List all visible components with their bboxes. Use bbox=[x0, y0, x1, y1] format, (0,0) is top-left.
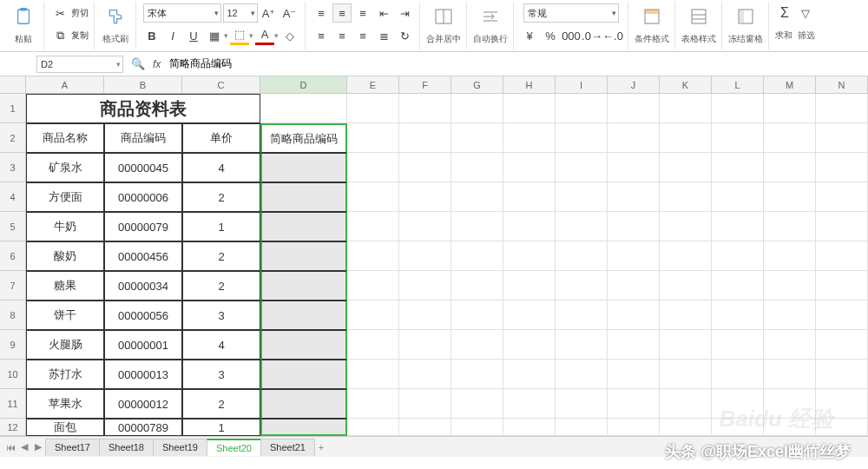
cell[interactable]: 2 bbox=[182, 182, 260, 212]
row-header[interactable]: 3 bbox=[0, 153, 26, 182]
cell[interactable] bbox=[764, 182, 816, 212]
cell[interactable]: 矿泉水 bbox=[26, 153, 104, 182]
row-header[interactable]: 5 bbox=[0, 212, 26, 241]
row-header[interactable]: 2 bbox=[0, 123, 26, 153]
cell[interactable] bbox=[764, 360, 816, 389]
cell[interactable] bbox=[347, 389, 399, 419]
cell[interactable] bbox=[556, 153, 608, 182]
cell[interactable] bbox=[816, 301, 868, 330]
cell[interactable] bbox=[764, 94, 816, 123]
cell[interactable] bbox=[260, 419, 347, 436]
cell[interactable]: 4 bbox=[182, 153, 260, 182]
cell[interactable] bbox=[712, 94, 764, 123]
cell[interactable] bbox=[608, 271, 660, 301]
cell[interactable]: 00000001 bbox=[104, 330, 182, 360]
cell[interactable] bbox=[712, 330, 764, 360]
cell[interactable] bbox=[816, 123, 868, 153]
cell[interactable]: 3 bbox=[182, 301, 260, 330]
column-header-A[interactable]: A bbox=[26, 76, 104, 93]
cell[interactable]: 00000079 bbox=[104, 212, 182, 241]
cell[interactable] bbox=[399, 212, 451, 241]
cell[interactable] bbox=[608, 94, 660, 123]
cell[interactable]: 2 bbox=[182, 271, 260, 301]
cell[interactable] bbox=[608, 389, 660, 419]
cell[interactable] bbox=[608, 153, 660, 182]
cell[interactable] bbox=[764, 212, 816, 241]
cell[interactable] bbox=[347, 94, 399, 123]
cell[interactable] bbox=[399, 389, 451, 419]
cell[interactable] bbox=[451, 330, 503, 360]
column-header-J[interactable]: J bbox=[608, 76, 660, 93]
sheet-tab[interactable]: Sheet19 bbox=[153, 439, 207, 456]
sheet-tab[interactable]: Sheet17 bbox=[45, 439, 100, 456]
cell[interactable] bbox=[712, 123, 764, 153]
column-header-B[interactable]: B bbox=[104, 76, 182, 93]
cell[interactable] bbox=[451, 241, 503, 271]
cell[interactable] bbox=[503, 271, 556, 301]
cell[interactable]: 00000789 bbox=[104, 419, 182, 436]
cell[interactable] bbox=[556, 301, 608, 330]
cell[interactable] bbox=[347, 241, 399, 271]
copy-button[interactable]: ⧉ bbox=[50, 26, 69, 45]
column-header-C[interactable]: C bbox=[182, 76, 260, 93]
format-painter-button[interactable] bbox=[101, 2, 130, 31]
cell[interactable]: 简略商品编码 bbox=[260, 123, 347, 153]
cell[interactable] bbox=[660, 212, 712, 241]
cell[interactable]: 苹果水 bbox=[26, 389, 104, 419]
cell[interactable] bbox=[260, 271, 347, 301]
tab-first-button[interactable]: ⏮ bbox=[3, 442, 17, 452]
cell[interactable]: 1 bbox=[182, 419, 260, 436]
decrease-font-button[interactable]: A⁻ bbox=[280, 3, 299, 23]
align-right-button[interactable]: ≡ bbox=[353, 26, 372, 45]
cell[interactable]: 饼干 bbox=[26, 301, 104, 330]
cell[interactable] bbox=[260, 212, 347, 241]
clear-format-button[interactable]: ◇ bbox=[280, 26, 299, 45]
decrease-decimal-button[interactable]: ←.0 bbox=[603, 26, 622, 45]
cell[interactable] bbox=[399, 153, 451, 182]
cell[interactable] bbox=[503, 360, 556, 389]
cell[interactable] bbox=[712, 212, 764, 241]
autosum-button[interactable]: Σ bbox=[775, 3, 794, 23]
cell[interactable] bbox=[503, 241, 556, 271]
cell[interactable]: 牛奶 bbox=[26, 212, 104, 241]
cell[interactable]: 00000056 bbox=[104, 301, 182, 330]
cell[interactable] bbox=[399, 419, 451, 436]
cell[interactable] bbox=[399, 271, 451, 301]
cell[interactable] bbox=[764, 271, 816, 301]
column-header-G[interactable]: G bbox=[451, 76, 503, 93]
underline-button[interactable]: U bbox=[184, 26, 203, 45]
row-header[interactable]: 4 bbox=[0, 182, 26, 212]
font-name-select[interactable]: 宋体 bbox=[143, 3, 221, 23]
cell[interactable] bbox=[712, 153, 764, 182]
currency-button[interactable]: ¥ bbox=[520, 26, 539, 45]
increase-decimal-button[interactable]: .0→ bbox=[582, 26, 602, 45]
add-sheet-button[interactable]: + bbox=[314, 442, 328, 452]
cell[interactable]: 单价 bbox=[182, 123, 260, 153]
cell[interactable] bbox=[556, 419, 608, 436]
cell[interactable]: 火腿肠 bbox=[26, 330, 104, 360]
tab-prev-button[interactable]: ◀ bbox=[17, 441, 31, 452]
filter-button[interactable]: ▽ bbox=[796, 3, 815, 23]
italic-button[interactable]: I bbox=[163, 26, 182, 45]
cell[interactable] bbox=[556, 360, 608, 389]
cell[interactable]: 商品编码 bbox=[104, 123, 182, 153]
wrap-text-button[interactable] bbox=[476, 2, 505, 31]
cell[interactable] bbox=[260, 389, 347, 419]
cell[interactable] bbox=[660, 419, 712, 436]
cell[interactable]: 00000006 bbox=[104, 182, 182, 212]
cell[interactable] bbox=[608, 182, 660, 212]
column-header-M[interactable]: M bbox=[764, 76, 816, 93]
cell[interactable] bbox=[712, 301, 764, 330]
justify-button[interactable]: ≣ bbox=[374, 26, 393, 45]
cell[interactable]: 00000013 bbox=[104, 360, 182, 389]
row-header[interactable]: 9 bbox=[0, 330, 26, 360]
cell[interactable]: 00000045 bbox=[104, 153, 182, 182]
cell[interactable] bbox=[260, 241, 347, 271]
indent-left-button[interactable]: ⇤ bbox=[374, 3, 393, 23]
cell[interactable] bbox=[399, 182, 451, 212]
cell[interactable] bbox=[451, 301, 503, 330]
borders-button[interactable]: ▦ bbox=[205, 26, 224, 45]
row-header[interactable]: 1 bbox=[0, 94, 26, 123]
cell[interactable]: 4 bbox=[182, 330, 260, 360]
font-color-button[interactable]: A bbox=[255, 26, 274, 45]
